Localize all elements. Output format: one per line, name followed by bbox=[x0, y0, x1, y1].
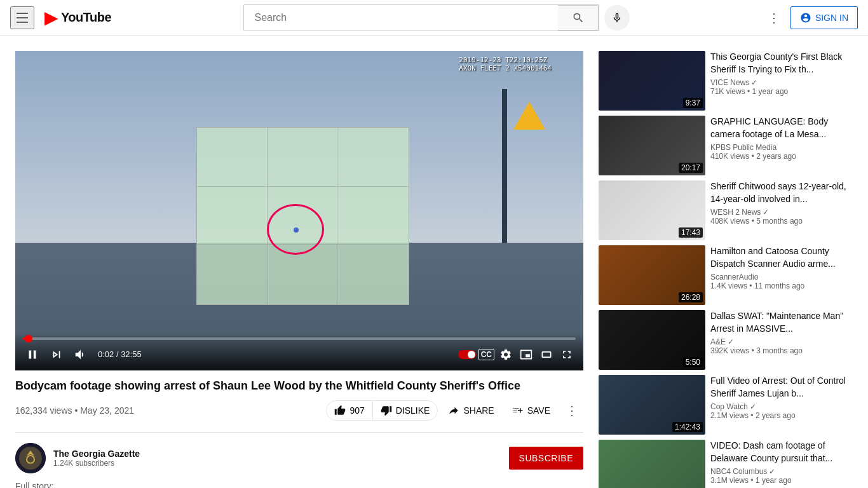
rec-info: Dallas SWAT: "Maintenance Man" Arrest in… bbox=[710, 310, 853, 370]
rec-duration: 17:43 bbox=[679, 227, 703, 238]
rec-meta: 408K views • 5 months ago bbox=[710, 217, 853, 226]
progress-bar[interactable] bbox=[23, 337, 576, 340]
recommendation-item[interactable]: 17:43 Sheriff Chitwood says 12-year-old,… bbox=[599, 180, 853, 240]
subscribe-button[interactable]: SUBSCRIBE bbox=[509, 447, 583, 470]
verified-icon: ✓ bbox=[769, 467, 775, 476]
rec-meta: 392K views • 3 months ago bbox=[710, 346, 853, 355]
rec-thumbnail bbox=[599, 440, 705, 488]
play-pause-button[interactable] bbox=[23, 345, 42, 364]
rec-title: Full Video of Arrest: Out of Control She… bbox=[710, 375, 853, 400]
verified-icon: ✓ bbox=[763, 208, 769, 217]
timestamp-overlay: 2019-12-23 T22:10:25Z AXON FLEET 2 X5400… bbox=[459, 56, 552, 72]
rec-thumbnail: 20:17 bbox=[599, 116, 705, 175]
video-section: 2019-12-23 T22:10:25Z AXON FLEET 2 X5400… bbox=[15, 51, 583, 488]
separator: • bbox=[74, 405, 80, 416]
more-options-button[interactable]: ⋮ bbox=[763, 5, 785, 30]
video-meta: 162,334 views • May 23, 2021 907 bbox=[15, 399, 583, 422]
rec-channel: NBC4 Columbus ✓ bbox=[710, 467, 853, 476]
rec-channel: ScannerAudio bbox=[710, 273, 853, 281]
header-right: ⋮ SIGN IN bbox=[763, 5, 858, 30]
rec-channel: A&E ✓ bbox=[710, 337, 853, 346]
settings-button[interactable] bbox=[497, 346, 515, 363]
autoplay-toggle[interactable] bbox=[458, 350, 476, 359]
map-overlay bbox=[196, 127, 409, 305]
rec-channel: KPBS Public Media bbox=[710, 143, 853, 152]
rec-thumbnail: 17:43 bbox=[599, 180, 705, 240]
channel-details: The Georgia Gazette 1.24K subscribers bbox=[53, 449, 501, 468]
svg-point-1 bbox=[19, 447, 42, 470]
rec-info: This Georgia County's First Black Sherif… bbox=[710, 51, 853, 111]
miniplayer-button[interactable] bbox=[517, 346, 535, 363]
rec-meta: 1.4K views • 11 months ago bbox=[710, 281, 853, 290]
youtube-icon: ▶ bbox=[44, 7, 58, 28]
search-bar bbox=[243, 4, 599, 31]
more-actions-button[interactable]: ⋮ bbox=[560, 399, 583, 422]
share-button[interactable]: SHARE bbox=[440, 401, 501, 420]
rec-duration: 20:17 bbox=[679, 163, 703, 173]
like-button[interactable]: 907 bbox=[327, 401, 372, 420]
rec-thumbnail: 9:37 bbox=[599, 51, 705, 111]
rec-title: Sheriff Chitwood says 12-year-old, 14-ye… bbox=[710, 180, 853, 205]
recommendation-item[interactable]: 9:37 This Georgia County's First Black S… bbox=[599, 51, 853, 111]
rec-title: VIDEO: Dash cam footage of Delaware Coun… bbox=[710, 440, 853, 464]
channel-info: The Georgia Gazette 1.24K subscribers SU… bbox=[15, 432, 583, 473]
rec-meta: 3.1M views • 1 year ago bbox=[710, 476, 853, 485]
search-button[interactable] bbox=[558, 5, 599, 30]
controls-right: CC bbox=[458, 346, 576, 363]
progress-dot bbox=[25, 335, 32, 342]
rec-info: Sheriff Chitwood says 12-year-old, 14-ye… bbox=[710, 180, 853, 240]
header-left: ▶ YouTube bbox=[10, 6, 111, 29]
description-preview: Full story: bbox=[15, 481, 583, 488]
video-background: 2019-12-23 T22:10:25Z AXON FLEET 2 X5400… bbox=[15, 51, 583, 370]
channel-name: The Georgia Gazette bbox=[53, 449, 501, 459]
theater-button[interactable] bbox=[538, 346, 555, 363]
rec-title: This Georgia County's First Black Sherif… bbox=[710, 51, 853, 76]
cc-button[interactable]: CC bbox=[478, 349, 494, 360]
player-controls: 0:02 / 32:55 CC bbox=[15, 332, 583, 370]
recommendation-item[interactable]: 1:42:43 Full Video of Arrest: Out of Con… bbox=[599, 375, 853, 435]
rec-thumbnail: 26:28 bbox=[599, 245, 705, 305]
recommendation-item[interactable]: 26:28 Hamilton and Catoosa County Dispat… bbox=[599, 245, 853, 305]
rec-channel: Cop Watch ✓ bbox=[710, 402, 853, 411]
rec-title: Hamilton and Catoosa County Dispatch Sca… bbox=[710, 245, 853, 270]
dislike-button[interactable]: DISLIKE bbox=[373, 401, 438, 420]
rec-title: Dallas SWAT: "Maintenance Man" Arrest in… bbox=[710, 310, 853, 335]
rec-duration: 5:50 bbox=[683, 357, 703, 367]
view-count: 162,334 views bbox=[15, 405, 72, 416]
youtube-logo[interactable]: ▶ YouTube bbox=[44, 7, 111, 28]
time-display: 0:02 / 32:55 bbox=[98, 349, 142, 359]
rec-duration: 1:42:43 bbox=[672, 422, 703, 432]
search-input[interactable] bbox=[244, 6, 558, 30]
controls-row: 0:02 / 32:55 CC bbox=[23, 345, 576, 364]
youtube-wordmark: YouTube bbox=[61, 10, 111, 25]
recommendation-item[interactable]: 20:17 GRAPHIC LANGUAGE: Body camera foot… bbox=[599, 116, 853, 175]
recommendation-item[interactable]: 5:50 Dallas SWAT: "Maintenance Man" Arre… bbox=[599, 310, 853, 370]
map-dot bbox=[294, 227, 299, 233]
like-count: 907 bbox=[349, 405, 364, 416]
next-button[interactable] bbox=[47, 345, 66, 364]
sign-in-label: SIGN IN bbox=[815, 13, 848, 23]
menu-button[interactable] bbox=[10, 6, 34, 29]
fullscreen-button[interactable] bbox=[558, 346, 576, 363]
rec-channel: WESH 2 News ✓ bbox=[710, 208, 853, 217]
main: 2019-12-23 T22:10:25Z AXON FLEET 2 X5400… bbox=[0, 36, 868, 488]
save-label: SAVE bbox=[527, 405, 550, 416]
video-player[interactable]: 2019-12-23 T22:10:25Z AXON FLEET 2 X5400… bbox=[15, 51, 583, 370]
share-label: SHARE bbox=[463, 405, 494, 416]
save-button[interactable]: SAVE bbox=[505, 401, 558, 420]
rec-title: GRAPHIC LANGUAGE: Body camera footage of… bbox=[710, 116, 853, 140]
recommendations: 9:37 This Georgia County's First Black S… bbox=[599, 51, 853, 488]
rec-channel: VICE News ✓ bbox=[710, 78, 853, 87]
volume-button[interactable] bbox=[71, 345, 90, 364]
verified-icon: ✓ bbox=[728, 337, 734, 346]
verified-icon: ✓ bbox=[750, 402, 756, 411]
upload-date: May 23, 2021 bbox=[80, 405, 134, 416]
verified-icon: ✓ bbox=[751, 78, 757, 87]
sign-in-button[interactable]: SIGN IN bbox=[790, 6, 858, 29]
video-title: Bodycam footage showing arrest of Shaun … bbox=[15, 378, 583, 394]
rec-info: Hamilton and Catoosa County Dispatch Sca… bbox=[710, 245, 853, 305]
mic-button[interactable] bbox=[604, 5, 630, 30]
recommendation-item[interactable]: VIDEO: Dash cam footage of Delaware Coun… bbox=[599, 440, 853, 488]
like-dislike-group: 907 DISLIKE bbox=[326, 400, 438, 421]
description-prefix: Full story: bbox=[15, 481, 54, 488]
